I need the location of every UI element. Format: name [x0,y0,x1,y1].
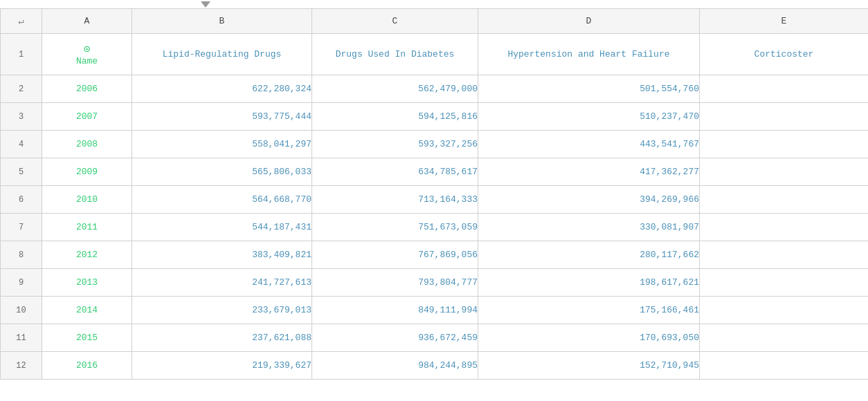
table-row: 102014233,679,013849,111,994175,166,461 [1,297,869,324]
table-row: 72011544,187,431751,673,059330,081,907 [1,214,869,241]
cell-d: 280,117,662 [478,241,700,269]
cell-c: 634,785,617 [312,158,478,186]
table-row: 122016219,339,627984,244,895152,710,945 [1,352,869,380]
cell-b: 241,727,613 [132,269,312,297]
cell-c: 593,327,256 [312,131,478,158]
name-label: Name [42,56,132,66]
year-cell: 2010 [42,186,132,214]
year-cell: 2016 [42,352,132,380]
col-header-A[interactable]: A [42,9,132,34]
year-cell: 2014 [42,297,132,324]
cell-c: 767,869,056 [312,241,478,269]
cell-b: 564,668,770 [132,186,312,214]
cell-d: 152,710,945 [478,352,700,380]
cell-e [700,297,869,324]
cell-d: 175,166,461 [478,297,700,324]
cell-c: 849,111,994 [312,297,478,324]
year-cell: 2007 [42,103,132,131]
table-row: 82012383,409,821767,869,056280,117,662 [1,241,869,269]
cell-d: 417,362,277 [478,158,700,186]
row-number: 6 [1,186,42,214]
row-number: 2 [1,75,42,103]
spreadsheet: ↵ A B C D E 1 ⊙ Name Lipid-Regulating Dr… [0,0,868,401]
diabetes-header: Drugs Used In Diabetes [312,34,478,75]
cell-b: 558,041,297 [132,131,312,158]
cell-d: 170,693,050 [478,324,700,352]
year-cell: 2006 [42,75,132,103]
cell-b: 544,187,431 [132,214,312,241]
col-header-E[interactable]: E [700,9,869,34]
table-row: 92013241,727,613793,804,777198,617,621 [1,269,869,297]
hypertension-header: Hypertension and Heart Failure [478,34,700,75]
cell-d: 394,269,966 [478,186,700,214]
cell-d: 501,554,760 [478,75,700,103]
row-number: 4 [1,131,42,158]
clock-icon: ⊙ [42,42,132,56]
cell-d: 198,617,621 [478,269,700,297]
cell-e [700,103,869,131]
row-number: 9 [1,269,42,297]
row-number: 7 [1,214,42,241]
cell-e [700,241,869,269]
col-header-D[interactable]: D [478,9,700,34]
cell-c: 713,164,333 [312,186,478,214]
table-row: 22006622,280,324562,479,000501,554,760 [1,75,869,103]
table-row: 1 ⊙ Name Lipid-Regulating Drugs Drugs Us… [1,34,869,75]
cell-c: 793,804,777 [312,269,478,297]
year-cell: 2009 [42,158,132,186]
year-cell: 2013 [42,269,132,297]
cell-b: 219,339,627 [132,352,312,380]
cell-c: 751,673,059 [312,214,478,241]
cell-e [700,186,869,214]
col-header-B[interactable]: B [132,9,312,34]
table-row: 32007593,775,444594,125,816510,237,470 [1,103,869,131]
row-number: 5 [1,158,42,186]
cell-e [700,269,869,297]
row-number: 11 [1,324,42,352]
sort-arrow-container [0,0,868,8]
cell-e [700,352,869,380]
cell-d: 443,541,767 [478,131,700,158]
cell-d: 330,081,907 [478,214,700,241]
cell-c: 984,244,895 [312,352,478,380]
cell-c: 936,672,459 [312,324,478,352]
table-row: 112015237,621,088936,672,459170,693,050 [1,324,869,352]
cell-e [700,131,869,158]
cell-c: 594,125,816 [312,103,478,131]
data-table: ↵ A B C D E 1 ⊙ Name Lipid-Regulating Dr… [0,8,868,380]
cell-d: 510,237,470 [478,103,700,131]
row-number: 3 [1,103,42,131]
row-number: 10 [1,297,42,324]
corner-cell: ↵ [1,9,42,34]
name-column-header: ⊙ Name [42,34,132,75]
year-cell: 2011 [42,214,132,241]
cell-e [700,214,869,241]
cell-e [700,158,869,186]
row-number: 8 [1,241,42,269]
cell-c: 562,479,000 [312,75,478,103]
cell-e [700,75,869,103]
cell-b: 593,775,444 [132,103,312,131]
cell-b: 622,280,324 [132,75,312,103]
lipid-header: Lipid-Regulating Drugs [132,34,312,75]
row-number: 1 [1,34,42,75]
cell-b: 565,806,033 [132,158,312,186]
sort-arrow-icon [201,1,210,8]
cell-b: 233,679,013 [132,297,312,324]
corticoster-header: Corticoster [700,34,869,75]
col-header-C[interactable]: C [312,9,478,34]
column-header-row: ↵ A B C D E [1,9,869,34]
cell-b: 237,621,088 [132,324,312,352]
table-row: 52009565,806,033634,785,617417,362,277 [1,158,869,186]
table-row: 62010564,668,770713,164,333394,269,966 [1,186,869,214]
year-cell: 2012 [42,241,132,269]
cell-b: 383,409,821 [132,241,312,269]
table-row: 42008558,041,297593,327,256443,541,767 [1,131,869,158]
row-number: 12 [1,352,42,380]
year-cell: 2008 [42,131,132,158]
cell-e [700,324,869,352]
year-cell: 2015 [42,324,132,352]
